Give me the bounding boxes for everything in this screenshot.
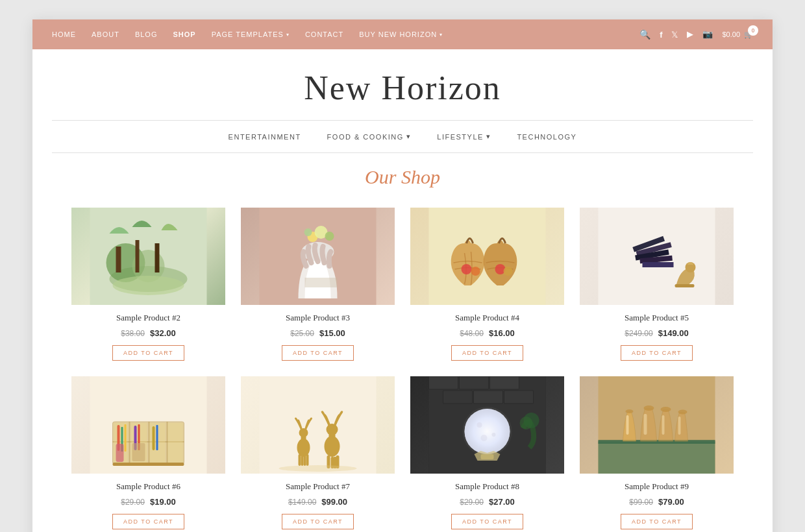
svg-rect-4 — [116, 247, 121, 272]
svg-point-58 — [327, 424, 338, 435]
shop-section: Our Shop — [32, 153, 773, 532]
add-to-cart-p4[interactable]: ADD TO CART — [451, 345, 523, 361]
svg-rect-87 — [678, 417, 681, 435]
price-old-p4: $48.00 — [460, 329, 484, 338]
chevron-down-icon: ▾ — [286, 32, 290, 38]
svg-point-77 — [481, 435, 488, 441]
svg-point-90 — [661, 407, 671, 412]
nav-page-templates[interactable]: PAGE TEMPLATES ▾ — [212, 30, 290, 38]
nav-contact[interactable]: CONTACT — [305, 30, 343, 38]
twitter-icon[interactable]: 𝕏 — [671, 30, 678, 40]
top-navigation: HOME ABOUT BLOG SHOP PAGE TEMPLATES ▾ CO… — [32, 19, 773, 49]
svg-rect-46 — [132, 443, 145, 461]
cart-price: $0.00 — [722, 30, 740, 38]
product-image-p4 — [410, 208, 564, 305]
instagram-icon[interactable]: 📷 — [702, 29, 713, 40]
price-old-p8: $29.00 — [460, 498, 484, 507]
shop-title: Our Shop — [71, 166, 734, 188]
price-new-p8: $27.00 — [489, 497, 515, 507]
add-to-cart-p9[interactable]: ADD TO CART — [621, 514, 693, 529]
svg-rect-69 — [443, 391, 473, 404]
logo-area: New Horizon — [32, 49, 773, 120]
price-old-p7: $149.00 — [288, 498, 316, 507]
product-name-p7: Sample Product #7 — [241, 481, 395, 492]
svg-rect-6 — [155, 243, 160, 272]
add-to-cart-p8[interactable]: ADD TO CART — [451, 514, 523, 529]
nav-blog[interactable]: BLOG — [135, 30, 158, 38]
svg-point-12 — [325, 232, 334, 241]
svg-point-89 — [644, 405, 654, 411]
nav-links: HOME ABOUT BLOG SHOP PAGE TEMPLATES ▾ CO… — [52, 30, 443, 38]
product-prices-p3: $25.00 $15.00 — [241, 327, 395, 339]
cart-badge: 0 — [748, 25, 758, 36]
product-image-p5 — [580, 208, 734, 305]
add-to-cart-p5[interactable]: ADD TO CART — [621, 345, 693, 361]
price-new-p7: $99.00 — [321, 497, 347, 507]
nav-home[interactable]: HOME — [52, 30, 76, 38]
svg-rect-47 — [113, 463, 184, 466]
svg-point-88 — [626, 409, 634, 413]
product-card-p2: Sample Product #2 $38.00 $32.00 ADD TO C… — [71, 208, 225, 361]
search-icon[interactable]: 🔍 — [639, 29, 650, 40]
nav-shop[interactable]: SHOP — [173, 30, 195, 38]
facebook-icon[interactable]: f — [660, 30, 662, 40]
nav-about[interactable]: ABOUT — [92, 30, 119, 38]
product-card-p7: Sample Product #7 $149.00 $99.00 ADD TO … — [241, 376, 395, 529]
svg-rect-5 — [136, 240, 140, 272]
product-prices-p6: $29.00 $19.00 — [71, 496, 225, 507]
product-prices-p9: $99.00 $79.00 — [580, 496, 734, 507]
nav-right: 🔍 f 𝕏 ▶ 📷 $0.00 🛒 0 — [639, 29, 753, 40]
product-prices-p5: $249.00 $149.00 — [580, 327, 734, 339]
product-image-p2 — [71, 208, 225, 305]
product-name-p6: Sample Product #6 — [71, 481, 225, 492]
svg-point-80 — [520, 417, 533, 429]
add-to-cart-p7[interactable]: ADD TO CART — [282, 514, 354, 529]
svg-rect-78 — [481, 454, 494, 459]
cat-food-cooking[interactable]: FOOD & COOKING ▾ — [327, 132, 412, 141]
product-card-p9: Sample Product #9 $99.00 $79.00 ADD TO C… — [580, 376, 734, 529]
svg-rect-32 — [167, 422, 168, 464]
svg-rect-54 — [304, 455, 306, 466]
svg-point-76 — [492, 433, 496, 437]
site-logo[interactable]: New Horizon — [32, 69, 773, 107]
svg-point-74 — [465, 409, 510, 454]
add-to-cart-p3[interactable]: ADD TO CART — [282, 345, 354, 361]
price-new-p3: $15.00 — [319, 328, 345, 338]
product-name-p4: Sample Product #4 — [410, 313, 564, 323]
svg-rect-44 — [156, 425, 158, 450]
svg-point-7 — [113, 276, 184, 295]
price-old-p2: $38.00 — [121, 329, 145, 338]
product-name-p3: Sample Product #3 — [241, 313, 395, 323]
product-card-p6: Sample Product #6 $29.00 $19.00 ADD TO C… — [71, 376, 225, 529]
product-image-p8 — [410, 376, 564, 474]
svg-rect-43 — [153, 426, 155, 450]
add-to-cart-p2[interactable]: ADD TO CART — [112, 345, 184, 361]
cart-icon-wrapper: 🛒 0 — [744, 30, 753, 39]
product-card-p8: Sample Product #8 $29.00 $27.00 ADD TO C… — [410, 376, 564, 529]
price-old-p9: $99.00 — [629, 498, 653, 507]
product-name-p2: Sample Product #2 — [71, 313, 225, 323]
chevron-down-icon: ▾ — [440, 32, 443, 38]
cat-technology[interactable]: TECHNOLOGY — [517, 133, 576, 141]
svg-rect-40 — [125, 424, 127, 452]
svg-rect-55 — [306, 454, 309, 466]
cat-lifestyle[interactable]: LIFESTYLE ▾ — [437, 132, 491, 141]
product-image-p6 — [71, 376, 225, 474]
cat-entertainment[interactable]: ENTERTAINMENT — [229, 133, 301, 141]
product-image-p3 — [241, 208, 395, 305]
youtube-icon[interactable]: ▶ — [687, 29, 693, 40]
product-name-p5: Sample Product #5 — [580, 313, 734, 323]
svg-rect-48 — [260, 376, 377, 474]
svg-point-13 — [304, 228, 312, 236]
chevron-down-icon: ▾ — [486, 132, 491, 141]
add-to-cart-p6[interactable]: ADD TO CART — [112, 514, 184, 529]
cart-button[interactable]: $0.00 🛒 0 — [722, 30, 753, 39]
svg-point-19 — [504, 267, 513, 276]
svg-rect-68 — [490, 376, 519, 389]
price-old-p5: $249.00 — [625, 329, 652, 338]
nav-buy[interactable]: BUY NEW HORIZON ▾ — [359, 30, 443, 38]
product-name-p8: Sample Product #8 — [410, 481, 564, 492]
svg-rect-86 — [662, 415, 665, 435]
svg-point-17 — [471, 267, 480, 276]
svg-rect-25 — [643, 262, 674, 267]
